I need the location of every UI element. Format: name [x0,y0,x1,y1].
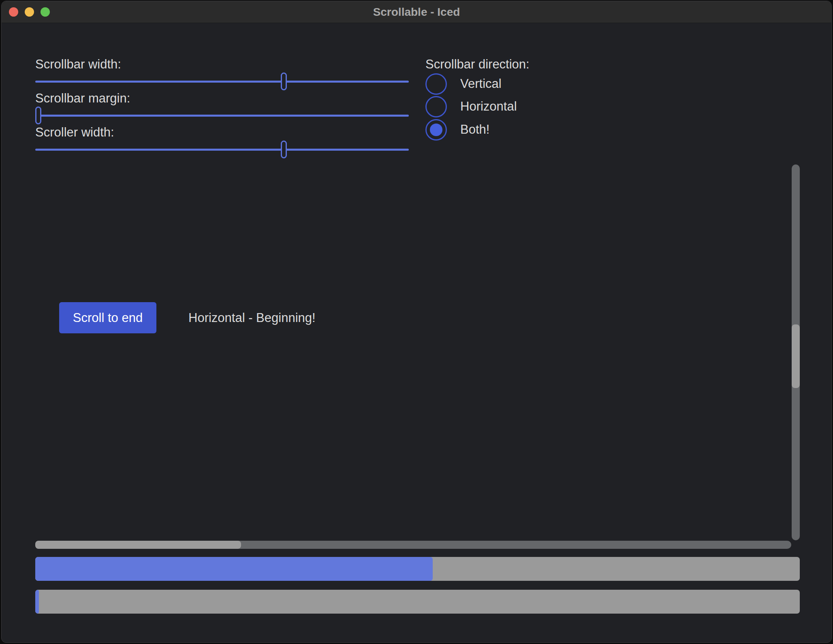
radio-both[interactable]: Both! [425,118,489,141]
radio-horizontal[interactable]: Horizontal [425,95,517,118]
radio-dot-icon [430,124,442,136]
vertical-progress-bar [35,590,800,614]
slider-rail[interactable] [35,81,409,83]
slider-handle[interactable] [281,141,287,158]
radio-circle-icon[interactable] [425,119,447,141]
radio-circle-icon[interactable] [425,96,447,117]
scrollbar-margin-slider[interactable] [35,106,409,125]
radio-horizontal-label: Horizontal [460,99,517,114]
slider-handle[interactable] [35,107,41,124]
window-title: Scrollable - Iced [2,1,831,23]
app-window: Scrollable - Iced Scrollbar width: Scrol… [1,1,832,643]
slider-handle[interactable] [281,73,287,90]
title-bar[interactable]: Scrollable - Iced [2,1,831,23]
vertical-scrollbar-track[interactable] [792,164,800,540]
slider-rail[interactable] [35,149,409,151]
scrollbar-direction-label: Scrollbar direction: [425,57,530,72]
progress-fill [35,557,433,581]
horizontal-scrollbar-thumb[interactable] [35,541,241,549]
slider-rail[interactable] [35,115,409,117]
scroller-width-label: Scroller width: [35,125,114,140]
radio-both-label: Both! [460,122,489,137]
scrollbar-width-slider[interactable] [35,72,409,91]
scroll-to-end-button[interactable]: Scroll to end [59,302,156,333]
radio-vertical[interactable]: Vertical [425,73,502,95]
horizontal-progress-bar [35,557,800,581]
horizontal-scrollbar-track[interactable] [35,541,791,549]
radio-vertical-label: Vertical [460,77,502,91]
scrollbar-margin-label: Scrollbar margin: [35,91,130,106]
vertical-scrollbar-thumb[interactable] [792,324,800,388]
progress-fill [35,590,39,614]
radio-circle-icon[interactable] [425,73,447,95]
scroll-status-text: Horizontal - Beginning! [188,302,316,333]
scroller-width-slider[interactable] [35,140,409,159]
scrollbar-width-label: Scrollbar width: [35,57,121,72]
